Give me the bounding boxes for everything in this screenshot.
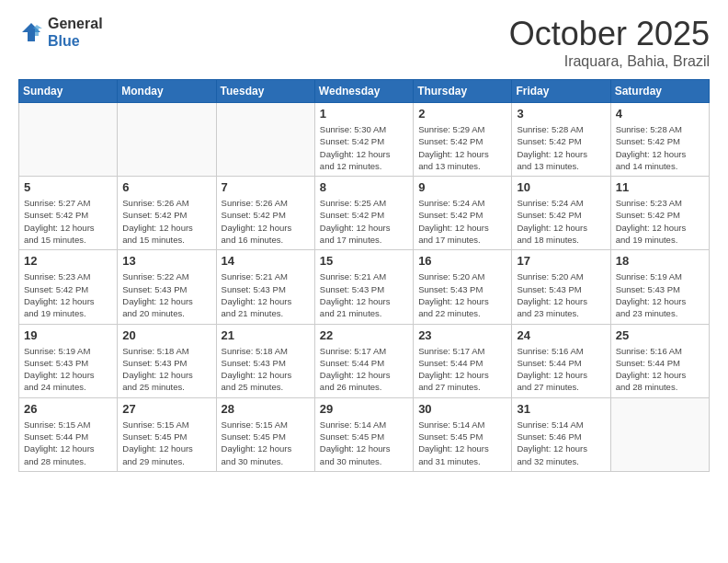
day-info: Sunrise: 5:17 AM Sunset: 5:44 PM Dayligh… <box>320 345 408 394</box>
day-number: 30 <box>418 402 506 416</box>
calendar-day-cell: 20Sunrise: 5:18 AM Sunset: 5:43 PM Dayli… <box>118 324 216 397</box>
day-info: Sunrise: 5:19 AM Sunset: 5:43 PM Dayligh… <box>616 270 704 319</box>
day-of-week-header: Wednesday <box>314 80 413 103</box>
calendar-day-cell: 31Sunrise: 5:14 AM Sunset: 5:46 PM Dayli… <box>512 397 610 471</box>
day-number: 10 <box>517 180 605 194</box>
day-info: Sunrise: 5:20 AM Sunset: 5:43 PM Dayligh… <box>517 270 605 319</box>
calendar-day-cell: 9Sunrise: 5:24 AM Sunset: 5:42 PM Daylig… <box>414 177 512 250</box>
calendar-day-cell: 16Sunrise: 5:20 AM Sunset: 5:43 PM Dayli… <box>414 250 512 324</box>
day-info: Sunrise: 5:28 AM Sunset: 5:42 PM Dayligh… <box>517 123 605 172</box>
day-info: Sunrise: 5:23 AM Sunset: 5:42 PM Dayligh… <box>616 197 704 246</box>
day-number: 27 <box>122 402 210 416</box>
calendar-day-cell: 15Sunrise: 5:21 AM Sunset: 5:43 PM Dayli… <box>314 250 413 324</box>
calendar-day-cell: 23Sunrise: 5:17 AM Sunset: 5:44 PM Dayli… <box>414 324 512 397</box>
calendar-day-cell <box>610 397 709 471</box>
calendar-day-cell: 28Sunrise: 5:15 AM Sunset: 5:45 PM Dayli… <box>216 397 314 471</box>
day-info: Sunrise: 5:15 AM Sunset: 5:45 PM Dayligh… <box>122 419 210 467</box>
day-info: Sunrise: 5:18 AM Sunset: 5:43 PM Dayligh… <box>122 345 210 394</box>
day-number: 1 <box>320 107 408 121</box>
day-number: 24 <box>517 328 605 342</box>
day-info: Sunrise: 5:16 AM Sunset: 5:44 PM Dayligh… <box>517 345 605 394</box>
day-info: Sunrise: 5:15 AM Sunset: 5:45 PM Dayligh… <box>222 419 310 467</box>
calendar-day-cell: 17Sunrise: 5:20 AM Sunset: 5:43 PM Dayli… <box>512 250 610 324</box>
day-info: Sunrise: 5:25 AM Sunset: 5:42 PM Dayligh… <box>320 197 408 246</box>
day-number: 23 <box>418 328 506 342</box>
calendar-day-cell: 26Sunrise: 5:15 AM Sunset: 5:44 PM Dayli… <box>19 397 118 471</box>
day-of-week-header: Friday <box>512 80 610 103</box>
day-number: 13 <box>122 254 210 268</box>
calendar-day-cell: 6Sunrise: 5:26 AM Sunset: 5:42 PM Daylig… <box>118 177 216 250</box>
calendar-day-cell: 22Sunrise: 5:17 AM Sunset: 5:44 PM Dayli… <box>314 324 413 397</box>
day-number: 21 <box>222 328 310 342</box>
calendar-day-cell: 14Sunrise: 5:21 AM Sunset: 5:43 PM Dayli… <box>216 250 314 324</box>
calendar-day-cell: 7Sunrise: 5:26 AM Sunset: 5:42 PM Daylig… <box>216 177 314 250</box>
day-info: Sunrise: 5:27 AM Sunset: 5:42 PM Dayligh… <box>24 197 112 246</box>
calendar-header-row: SundayMondayTuesdayWednesdayThursdayFrid… <box>19 80 710 103</box>
day-number: 22 <box>320 328 408 342</box>
logo: General Blue <box>18 15 103 50</box>
calendar-day-cell: 21Sunrise: 5:18 AM Sunset: 5:43 PM Dayli… <box>216 324 314 397</box>
calendar-day-cell: 25Sunrise: 5:16 AM Sunset: 5:44 PM Dayli… <box>610 324 709 397</box>
day-info: Sunrise: 5:23 AM Sunset: 5:42 PM Dayligh… <box>24 270 112 319</box>
day-number: 8 <box>320 180 408 194</box>
day-number: 15 <box>320 254 408 268</box>
calendar-day-cell: 3Sunrise: 5:28 AM Sunset: 5:42 PM Daylig… <box>512 103 610 177</box>
calendar-day-cell: 19Sunrise: 5:19 AM Sunset: 5:43 PM Dayli… <box>19 324 118 397</box>
day-of-week-header: Monday <box>118 80 216 103</box>
calendar-day-cell: 24Sunrise: 5:16 AM Sunset: 5:44 PM Dayli… <box>512 324 610 397</box>
page-container: General Blue October 2025 Iraquara, Bahi… <box>0 0 728 563</box>
day-info: Sunrise: 5:24 AM Sunset: 5:42 PM Dayligh… <box>418 197 506 246</box>
calendar-week-row: 26Sunrise: 5:15 AM Sunset: 5:44 PM Dayli… <box>19 397 710 471</box>
day-info: Sunrise: 5:18 AM Sunset: 5:43 PM Dayligh… <box>222 345 310 394</box>
day-info: Sunrise: 5:17 AM Sunset: 5:44 PM Dayligh… <box>418 345 506 394</box>
calendar-day-cell: 11Sunrise: 5:23 AM Sunset: 5:42 PM Dayli… <box>610 177 709 250</box>
location-subtitle: Iraquara, Bahia, Brazil <box>509 53 710 70</box>
day-info: Sunrise: 5:30 AM Sunset: 5:42 PM Dayligh… <box>320 123 408 172</box>
logo-general: General <box>48 15 103 32</box>
day-info: Sunrise: 5:20 AM Sunset: 5:43 PM Dayligh… <box>418 270 506 319</box>
day-of-week-header: Thursday <box>414 80 512 103</box>
day-number: 9 <box>418 180 506 194</box>
day-of-week-header: Sunday <box>19 80 118 103</box>
calendar-day-cell: 2Sunrise: 5:29 AM Sunset: 5:42 PM Daylig… <box>414 103 512 177</box>
calendar-week-row: 19Sunrise: 5:19 AM Sunset: 5:43 PM Dayli… <box>19 324 710 397</box>
calendar-day-cell <box>19 103 118 177</box>
calendar-day-cell: 8Sunrise: 5:25 AM Sunset: 5:42 PM Daylig… <box>314 177 413 250</box>
day-number: 5 <box>24 180 112 194</box>
calendar-day-cell: 27Sunrise: 5:15 AM Sunset: 5:45 PM Dayli… <box>118 397 216 471</box>
day-of-week-header: Saturday <box>610 80 709 103</box>
header: General Blue October 2025 Iraquara, Bahi… <box>18 15 710 70</box>
day-of-week-header: Tuesday <box>216 80 314 103</box>
month-title: October 2025 <box>509 15 710 53</box>
day-number: 17 <box>517 254 605 268</box>
day-number: 20 <box>122 328 210 342</box>
logo-text: General Blue <box>48 15 103 50</box>
day-info: Sunrise: 5:19 AM Sunset: 5:43 PM Dayligh… <box>24 345 112 394</box>
day-number: 6 <box>122 180 210 194</box>
day-number: 26 <box>24 402 112 416</box>
calendar-week-row: 12Sunrise: 5:23 AM Sunset: 5:42 PM Dayli… <box>19 250 710 324</box>
calendar-day-cell <box>216 103 314 177</box>
day-info: Sunrise: 5:24 AM Sunset: 5:42 PM Dayligh… <box>517 197 605 246</box>
day-number: 2 <box>418 107 506 121</box>
day-number: 29 <box>320 402 408 416</box>
day-number: 31 <box>517 402 605 416</box>
day-info: Sunrise: 5:26 AM Sunset: 5:42 PM Dayligh… <box>222 197 310 246</box>
day-number: 16 <box>418 254 506 268</box>
day-number: 11 <box>616 180 704 194</box>
day-number: 28 <box>222 402 310 416</box>
calendar-day-cell <box>118 103 216 177</box>
day-number: 19 <box>24 328 112 342</box>
day-info: Sunrise: 5:22 AM Sunset: 5:43 PM Dayligh… <box>122 270 210 319</box>
calendar-day-cell: 10Sunrise: 5:24 AM Sunset: 5:42 PM Dayli… <box>512 177 610 250</box>
calendar-day-cell: 4Sunrise: 5:28 AM Sunset: 5:42 PM Daylig… <box>610 103 709 177</box>
day-info: Sunrise: 5:14 AM Sunset: 5:46 PM Dayligh… <box>517 419 605 467</box>
day-info: Sunrise: 5:29 AM Sunset: 5:42 PM Dayligh… <box>418 123 506 172</box>
logo-blue: Blue <box>48 32 103 50</box>
day-number: 7 <box>222 180 310 194</box>
day-number: 3 <box>517 107 605 121</box>
calendar-day-cell: 30Sunrise: 5:14 AM Sunset: 5:45 PM Dayli… <box>414 397 512 471</box>
day-info: Sunrise: 5:15 AM Sunset: 5:44 PM Dayligh… <box>24 419 112 467</box>
day-info: Sunrise: 5:21 AM Sunset: 5:43 PM Dayligh… <box>320 270 408 319</box>
day-number: 18 <box>616 254 704 268</box>
